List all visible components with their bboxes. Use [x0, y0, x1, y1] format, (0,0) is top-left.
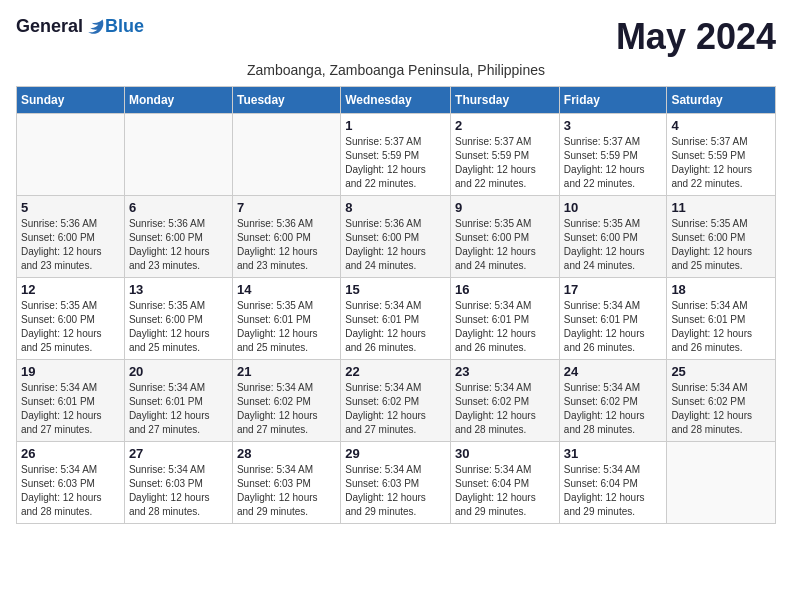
day-info: Sunrise: 5:34 AM Sunset: 6:02 PM Dayligh…	[345, 381, 446, 437]
calendar-cell: 2Sunrise: 5:37 AM Sunset: 5:59 PM Daylig…	[451, 114, 560, 196]
calendar-cell: 4Sunrise: 5:37 AM Sunset: 5:59 PM Daylig…	[667, 114, 776, 196]
day-info: Sunrise: 5:37 AM Sunset: 5:59 PM Dayligh…	[671, 135, 771, 191]
calendar-cell: 20Sunrise: 5:34 AM Sunset: 6:01 PM Dayli…	[124, 360, 232, 442]
day-info: Sunrise: 5:34 AM Sunset: 6:02 PM Dayligh…	[237, 381, 336, 437]
day-number: 5	[21, 200, 120, 215]
calendar-cell: 5Sunrise: 5:36 AM Sunset: 6:00 PM Daylig…	[17, 196, 125, 278]
day-info: Sunrise: 5:36 AM Sunset: 6:00 PM Dayligh…	[237, 217, 336, 273]
day-number: 30	[455, 446, 555, 461]
calendar-cell: 3Sunrise: 5:37 AM Sunset: 5:59 PM Daylig…	[559, 114, 667, 196]
day-number: 28	[237, 446, 336, 461]
weekday-header: Thursday	[451, 87, 560, 114]
calendar-cell: 10Sunrise: 5:35 AM Sunset: 6:00 PM Dayli…	[559, 196, 667, 278]
day-info: Sunrise: 5:34 AM Sunset: 6:03 PM Dayligh…	[345, 463, 446, 519]
day-number: 23	[455, 364, 555, 379]
calendar-cell: 31Sunrise: 5:34 AM Sunset: 6:04 PM Dayli…	[559, 442, 667, 524]
day-number: 2	[455, 118, 555, 133]
calendar-week-row: 1Sunrise: 5:37 AM Sunset: 5:59 PM Daylig…	[17, 114, 776, 196]
day-info: Sunrise: 5:35 AM Sunset: 6:00 PM Dayligh…	[671, 217, 771, 273]
calendar-cell: 16Sunrise: 5:34 AM Sunset: 6:01 PM Dayli…	[451, 278, 560, 360]
title-section: May 2024	[616, 16, 776, 58]
day-number: 16	[455, 282, 555, 297]
day-info: Sunrise: 5:34 AM Sunset: 6:01 PM Dayligh…	[345, 299, 446, 355]
calendar-cell	[667, 442, 776, 524]
day-info: Sunrise: 5:34 AM Sunset: 6:01 PM Dayligh…	[564, 299, 663, 355]
weekday-header: Wednesday	[341, 87, 451, 114]
calendar-cell: 27Sunrise: 5:34 AM Sunset: 6:03 PM Dayli…	[124, 442, 232, 524]
page-header: General Blue May 2024	[16, 16, 776, 58]
calendar-week-row: 12Sunrise: 5:35 AM Sunset: 6:00 PM Dayli…	[17, 278, 776, 360]
calendar-cell: 11Sunrise: 5:35 AM Sunset: 6:00 PM Dayli…	[667, 196, 776, 278]
day-info: Sunrise: 5:35 AM Sunset: 6:00 PM Dayligh…	[564, 217, 663, 273]
day-number: 15	[345, 282, 446, 297]
day-number: 24	[564, 364, 663, 379]
day-info: Sunrise: 5:36 AM Sunset: 6:00 PM Dayligh…	[345, 217, 446, 273]
calendar-week-row: 19Sunrise: 5:34 AM Sunset: 6:01 PM Dayli…	[17, 360, 776, 442]
day-number: 8	[345, 200, 446, 215]
logo-bird-icon	[85, 17, 105, 37]
calendar-cell: 29Sunrise: 5:34 AM Sunset: 6:03 PM Dayli…	[341, 442, 451, 524]
day-number: 14	[237, 282, 336, 297]
day-info: Sunrise: 5:35 AM Sunset: 6:00 PM Dayligh…	[21, 299, 120, 355]
weekday-header: Friday	[559, 87, 667, 114]
day-info: Sunrise: 5:34 AM Sunset: 6:01 PM Dayligh…	[455, 299, 555, 355]
location-text: Zamboanga, Zamboanga Peninsula, Philippi…	[16, 62, 776, 78]
day-number: 1	[345, 118, 446, 133]
calendar-cell: 18Sunrise: 5:34 AM Sunset: 6:01 PM Dayli…	[667, 278, 776, 360]
calendar-cell: 23Sunrise: 5:34 AM Sunset: 6:02 PM Dayli…	[451, 360, 560, 442]
day-number: 10	[564, 200, 663, 215]
day-number: 3	[564, 118, 663, 133]
day-info: Sunrise: 5:37 AM Sunset: 5:59 PM Dayligh…	[564, 135, 663, 191]
calendar-cell: 12Sunrise: 5:35 AM Sunset: 6:00 PM Dayli…	[17, 278, 125, 360]
calendar-cell: 19Sunrise: 5:34 AM Sunset: 6:01 PM Dayli…	[17, 360, 125, 442]
day-info: Sunrise: 5:34 AM Sunset: 6:02 PM Dayligh…	[564, 381, 663, 437]
logo-general-text: General	[16, 16, 83, 37]
calendar-header-row: SundayMondayTuesdayWednesdayThursdayFrid…	[17, 87, 776, 114]
day-info: Sunrise: 5:36 AM Sunset: 6:00 PM Dayligh…	[21, 217, 120, 273]
day-number: 6	[129, 200, 228, 215]
weekday-header: Monday	[124, 87, 232, 114]
calendar-cell: 13Sunrise: 5:35 AM Sunset: 6:00 PM Dayli…	[124, 278, 232, 360]
day-number: 11	[671, 200, 771, 215]
day-info: Sunrise: 5:34 AM Sunset: 6:03 PM Dayligh…	[21, 463, 120, 519]
weekday-header: Saturday	[667, 87, 776, 114]
day-info: Sunrise: 5:37 AM Sunset: 5:59 PM Dayligh…	[455, 135, 555, 191]
calendar-week-row: 26Sunrise: 5:34 AM Sunset: 6:03 PM Dayli…	[17, 442, 776, 524]
calendar-cell: 14Sunrise: 5:35 AM Sunset: 6:01 PM Dayli…	[232, 278, 340, 360]
day-info: Sunrise: 5:34 AM Sunset: 6:01 PM Dayligh…	[129, 381, 228, 437]
day-info: Sunrise: 5:34 AM Sunset: 6:01 PM Dayligh…	[21, 381, 120, 437]
day-info: Sunrise: 5:34 AM Sunset: 6:03 PM Dayligh…	[237, 463, 336, 519]
day-info: Sunrise: 5:34 AM Sunset: 6:03 PM Dayligh…	[129, 463, 228, 519]
day-number: 27	[129, 446, 228, 461]
day-info: Sunrise: 5:34 AM Sunset: 6:02 PM Dayligh…	[671, 381, 771, 437]
day-number: 26	[21, 446, 120, 461]
calendar-cell: 30Sunrise: 5:34 AM Sunset: 6:04 PM Dayli…	[451, 442, 560, 524]
calendar-cell: 26Sunrise: 5:34 AM Sunset: 6:03 PM Dayli…	[17, 442, 125, 524]
weekday-header: Tuesday	[232, 87, 340, 114]
calendar-cell: 24Sunrise: 5:34 AM Sunset: 6:02 PM Dayli…	[559, 360, 667, 442]
day-number: 21	[237, 364, 336, 379]
logo: General Blue	[16, 16, 144, 37]
calendar-cell: 8Sunrise: 5:36 AM Sunset: 6:00 PM Daylig…	[341, 196, 451, 278]
calendar-cell: 6Sunrise: 5:36 AM Sunset: 6:00 PM Daylig…	[124, 196, 232, 278]
day-info: Sunrise: 5:34 AM Sunset: 6:04 PM Dayligh…	[455, 463, 555, 519]
day-number: 4	[671, 118, 771, 133]
day-number: 31	[564, 446, 663, 461]
calendar-cell: 15Sunrise: 5:34 AM Sunset: 6:01 PM Dayli…	[341, 278, 451, 360]
day-info: Sunrise: 5:37 AM Sunset: 5:59 PM Dayligh…	[345, 135, 446, 191]
logo-blue-text: Blue	[105, 16, 144, 37]
calendar-cell	[17, 114, 125, 196]
calendar-cell: 22Sunrise: 5:34 AM Sunset: 6:02 PM Dayli…	[341, 360, 451, 442]
day-number: 9	[455, 200, 555, 215]
day-info: Sunrise: 5:34 AM Sunset: 6:01 PM Dayligh…	[671, 299, 771, 355]
calendar-cell: 25Sunrise: 5:34 AM Sunset: 6:02 PM Dayli…	[667, 360, 776, 442]
day-number: 25	[671, 364, 771, 379]
month-title: May 2024	[616, 16, 776, 58]
calendar-cell: 7Sunrise: 5:36 AM Sunset: 6:00 PM Daylig…	[232, 196, 340, 278]
calendar-cell	[124, 114, 232, 196]
day-number: 13	[129, 282, 228, 297]
calendar-cell: 9Sunrise: 5:35 AM Sunset: 6:00 PM Daylig…	[451, 196, 560, 278]
weekday-header: Sunday	[17, 87, 125, 114]
calendar-cell: 21Sunrise: 5:34 AM Sunset: 6:02 PM Dayli…	[232, 360, 340, 442]
calendar-week-row: 5Sunrise: 5:36 AM Sunset: 6:00 PM Daylig…	[17, 196, 776, 278]
